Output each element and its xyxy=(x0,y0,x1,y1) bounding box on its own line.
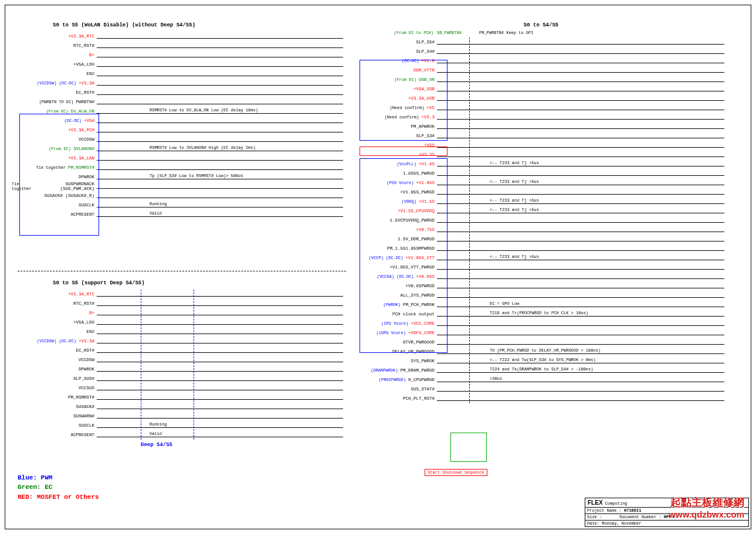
waveform xyxy=(97,163,343,172)
watermark-l1: 起點主板維修網 xyxy=(669,495,744,509)
signal-row: VCCDSW xyxy=(12,355,352,365)
sec1-title: S0 to S5 (WoLAN Disable) (without Deep S… xyxy=(53,22,352,28)
signal-name: PWRBTN# xyxy=(76,100,94,104)
legend-blue: Blue: PWM xyxy=(18,473,99,483)
signal-tag: (PROCPWRGD) xyxy=(379,377,406,382)
waveform xyxy=(437,38,724,47)
waveform xyxy=(97,308,343,318)
signal-name: VCCSUS xyxy=(79,386,94,390)
sec3-bluebox-mid xyxy=(360,158,448,353)
signal-note: T218 and Tr(PROCPWRGD to PCH CLK > 10us) xyxy=(490,311,588,315)
waveform xyxy=(437,75,724,84)
waveform xyxy=(437,169,724,178)
waveform xyxy=(437,84,724,94)
waveform: >30us xyxy=(437,375,724,385)
waveform: <-- T233 and Tj >5us xyxy=(437,178,724,188)
signal-name: B+ xyxy=(89,53,94,57)
waveform xyxy=(97,393,343,402)
waveform xyxy=(437,291,724,300)
waveform xyxy=(437,56,724,66)
waveform xyxy=(97,182,343,191)
signal-name: SLP_S5# xyxy=(416,40,435,45)
waveform xyxy=(437,319,724,328)
signal-row: EN2 xyxy=(12,69,352,79)
waveform xyxy=(437,131,724,141)
signal-name: EN2 xyxy=(86,329,94,334)
waveform xyxy=(97,402,343,411)
signal-row: SUSACK# xyxy=(12,402,352,411)
signal-note: Valid xyxy=(150,211,162,216)
signal-note: Tp (SLP_S3# Low to RSMRST# Low)> 500us xyxy=(150,174,243,178)
signal-name: B+ xyxy=(89,311,94,315)
signal-note: <-- T233 and Tj >5us xyxy=(490,198,539,203)
signal-name: EN2 xyxy=(86,72,94,76)
waveform: Tp (SLP_S3# Low to RSMRST# Low)> 500us xyxy=(97,172,343,182)
signal-name: EC_RST# xyxy=(76,348,94,353)
sec2-title: S0 to S5 (support Deep S4/S5) xyxy=(53,280,352,286)
signal-name: RTC_RST# xyxy=(73,43,94,48)
signal-row: B+ xyxy=(12,308,352,318)
waveform xyxy=(437,263,724,272)
signal-name: PCH_PLT_RST# xyxy=(403,396,435,401)
sec3-bluebox-top xyxy=(360,60,448,141)
signal-row: (VCCDSW) (DC-DC)+V3.3A xyxy=(12,79,352,88)
signal-row: +V3.3A_RTC xyxy=(12,290,352,299)
waveform xyxy=(437,47,724,56)
waveform: RSMRST# Low to 3VLANON# High (EC delay 2… xyxy=(97,144,343,154)
waveform xyxy=(97,60,343,69)
doc-lbl: Document Number : xyxy=(619,515,661,519)
waveform: Running xyxy=(97,200,343,210)
signal-row: PCH_PLT_RST# xyxy=(352,394,730,403)
signal-name: +V3.3A xyxy=(79,81,94,86)
signal-name: +V5A_LDO xyxy=(73,62,94,67)
signal-row: B+ xyxy=(12,50,352,60)
signal-name: +V5A_LDO xyxy=(73,320,94,325)
waveform xyxy=(437,281,724,291)
legend-green: Green: EC xyxy=(18,482,99,492)
signal-name: SYS_PWROK xyxy=(411,359,435,363)
waveform xyxy=(97,346,343,355)
signal-row: PM_RSMRST# xyxy=(12,393,352,402)
signal-name: DPWROK xyxy=(79,367,94,372)
signal-name: ACPRESENT xyxy=(70,433,94,437)
signal-name: SUSACK# xyxy=(76,404,94,409)
waveform xyxy=(437,244,724,253)
waveform: T218 and Tr(PROCPWRGD to PCH CLK > 10us) xyxy=(437,309,724,319)
signal-row: (DRAMPWROK)PM_DRAM_PWRGDT224 and Tk(DRAM… xyxy=(352,366,730,375)
waveform xyxy=(437,225,724,234)
size-lbl: Size : xyxy=(587,515,602,519)
shutdown-label: Start Shutdown Sequence xyxy=(425,469,487,476)
waveform xyxy=(437,234,724,244)
signal-row: SYS_PWROK<-- T222 and Tw(SLP_S3# to SYS_… xyxy=(352,356,730,366)
waveform: <-- T233 and Tj >5us xyxy=(437,206,724,216)
signal-name: VCCDSW xyxy=(79,358,94,362)
signal-name: +V3.3A_RTC xyxy=(68,34,94,39)
waveform xyxy=(97,299,343,308)
waveform xyxy=(437,328,724,338)
waveform xyxy=(437,216,724,225)
waveform: Running xyxy=(97,421,343,430)
signal-row: SLP_SUS# xyxy=(12,374,352,383)
signal-note: >30us xyxy=(490,376,502,381)
waveform xyxy=(437,122,724,131)
signal-tag: (VCCDSW) (DC-DC) xyxy=(37,81,76,86)
waveform: <-- T222 and Tw(SLP_S3# to SYS_PWROK > 0… xyxy=(437,356,724,366)
waveform xyxy=(437,385,724,394)
waveform xyxy=(437,394,724,403)
signal-tag: (DRAMPWROK) xyxy=(371,368,398,373)
proj: H710DI1 xyxy=(624,508,641,513)
sec3-redbox xyxy=(360,147,448,156)
waveform: Th (PM_PCH_PWRGD to DELAY_VR_PWRGOOD < 1… xyxy=(437,347,724,356)
signal-row: EC_RST# xyxy=(12,346,352,355)
signal-row: (PROCPWRGD)H_CPUPWRGD>30us xyxy=(352,375,730,385)
signal-row: SLP_S5# xyxy=(352,38,730,47)
waveform xyxy=(97,135,343,144)
date-val: Monday, November xyxy=(602,521,641,526)
proj-lbl: Project Name : xyxy=(587,508,622,513)
legend-red: RED: MOSFET or Others xyxy=(18,492,99,502)
waveform xyxy=(97,191,343,200)
waveform xyxy=(97,383,343,393)
sec3-greenbox xyxy=(450,433,487,462)
sec1-bluebox xyxy=(19,114,99,236)
waveform xyxy=(97,365,343,374)
